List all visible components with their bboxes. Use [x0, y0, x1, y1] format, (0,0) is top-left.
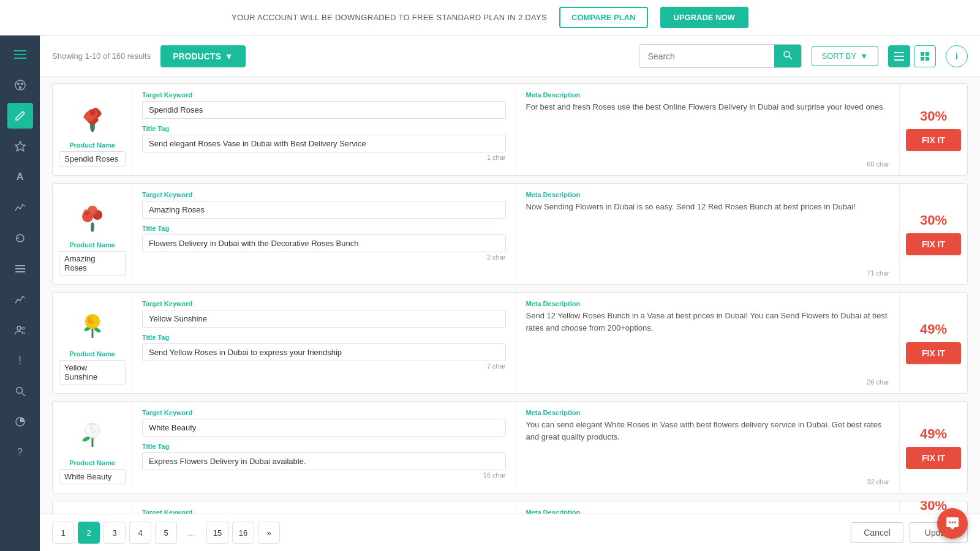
search-button[interactable]	[774, 45, 801, 67]
chat-icon	[945, 516, 960, 531]
target-keyword-label: Target Keyword	[142, 300, 506, 307]
svg-point-6	[19, 86, 21, 89]
product-name-label: Product Name	[69, 459, 115, 467]
pagination-page-1[interactable]: 1	[52, 522, 74, 544]
meta-char-count: 26 char	[526, 378, 890, 386]
pagination-page-16[interactable]: 16	[232, 522, 254, 544]
pagination-page-3[interactable]: 3	[104, 522, 126, 544]
product-name-value: White Beauty	[59, 469, 126, 484]
product-image-col: Product Name White Beauty	[53, 402, 132, 493]
sidebar-icon-palette[interactable]	[7, 72, 33, 98]
svg-rect-22	[925, 52, 929, 56]
pagination-next[interactable]: »	[258, 522, 280, 544]
meta-char-count: 71 char	[526, 269, 890, 277]
product-middle-col: Target Keyword Spendid Roses Title Tag S…	[132, 84, 516, 175]
sidebar-icon-help[interactable]: ?	[7, 440, 33, 465]
fix-it-button[interactable]: FIX IT	[906, 233, 961, 255]
svg-rect-10	[15, 271, 25, 272]
sidebar-icon-users[interactable]	[7, 317, 33, 343]
product-name-label: Product Name	[69, 241, 115, 249]
title-tag-label: Title Tag	[142, 334, 506, 341]
svg-point-4	[17, 83, 20, 85]
meta-description-label: Meta Description	[526, 91, 890, 99]
product-middle-col: Target Keyword Colors Of Love Title Tag	[132, 501, 516, 514]
svg-rect-18	[894, 52, 904, 53]
products-dropdown-button[interactable]: PRODUCTS ▼	[160, 45, 245, 67]
svg-point-11	[17, 326, 21, 330]
product-name-value: Amazing Roses	[59, 251, 126, 276]
product-image-col: Product Name Yellow Sunshine	[53, 293, 132, 393]
svg-point-49	[949, 522, 951, 523]
grid-view-icon	[921, 52, 929, 61]
pagination-page-2[interactable]: 2	[78, 522, 100, 544]
sidebar-icon-search[interactable]	[7, 378, 33, 404]
list-view-button[interactable]	[888, 45, 910, 67]
meta-char-count: 60 char	[526, 160, 890, 168]
product-meta-col: Meta Description For 12 Mix Roses Bunch …	[516, 501, 900, 514]
svg-point-27	[89, 110, 96, 116]
pagination-page-5[interactable]: 5	[155, 522, 177, 544]
sidebar-icon-edit[interactable]	[7, 103, 33, 129]
search-input[interactable]	[639, 47, 774, 66]
product-meta-col: Meta Description You can send elegant Wh…	[516, 402, 900, 493]
product-row: Product Name White Beauty Target Keyword…	[52, 401, 968, 493]
meta-description-value: For best and fresh Roses use the best On…	[526, 101, 890, 158]
product-row: Product Name Yellow Sunshine Target Keyw…	[52, 292, 968, 394]
product-row: Product Name Spendid Roses Target Keywor…	[52, 83, 968, 176]
meta-description-label: Meta Description	[526, 509, 890, 514]
pagination-page-4[interactable]: 4	[129, 522, 151, 544]
product-middle-col: Target Keyword Amazing Roses Title Tag F…	[132, 184, 516, 284]
product-score-col: 30% FIX IT	[900, 84, 967, 175]
sidebar-icon-alert[interactable]: !	[7, 348, 33, 373]
meta-description-label: Meta Description	[526, 191, 890, 198]
fix-it-button[interactable]: FIX IT	[906, 447, 961, 469]
sidebar-icon-chart[interactable]	[7, 287, 33, 312]
title-char-count: 16 char	[142, 471, 506, 479]
product-row: Product Name Amazing Roses Target Keywor…	[52, 183, 968, 285]
svg-point-13	[16, 388, 22, 394]
sort-by-button[interactable]: SORT BY ▼	[812, 46, 878, 66]
pagination-bar: 12345...1516»CancelUpdate	[40, 514, 980, 551]
cancel-button[interactable]: Cancel	[851, 522, 903, 543]
sidebar-icon-menu[interactable]	[7, 42, 33, 67]
fix-it-button[interactable]: FIX IT	[906, 342, 961, 364]
svg-point-50	[952, 522, 954, 523]
score-value: 49%	[920, 321, 947, 337]
svg-rect-1	[14, 54, 26, 55]
title-tag-group: Title Tag Send Yellow Roses in Dubai to …	[142, 334, 506, 370]
banner-text: YOUR ACCOUNT WILL BE DOWNGRADED TO FREE …	[232, 13, 547, 22]
sidebar-icon-pie[interactable]	[7, 409, 33, 435]
meta-description-value: You can send elegant White Roses in Vase…	[526, 419, 890, 476]
svg-point-31	[88, 206, 97, 216]
sidebar-icon-list[interactable]	[7, 256, 33, 282]
sidebar-icon-refresh[interactable]	[7, 225, 33, 251]
sidebar-icon-analytics[interactable]	[7, 195, 33, 220]
sort-dropdown-arrow: ▼	[860, 51, 868, 61]
product-meta-col: Meta Description Send 12 Yellow Roses Bu…	[516, 293, 900, 393]
title-char-count: 7 char	[142, 362, 506, 370]
score-value: 30%	[920, 108, 947, 124]
pagination-page-15[interactable]: 15	[206, 522, 228, 544]
meta-description-label: Meta Description	[526, 300, 890, 307]
title-tag-label: Title Tag	[142, 225, 506, 232]
sidebar-icon-star[interactable]	[7, 133, 33, 159]
title-tag-value: Flowers Delivery in Dubai with the Decor…	[142, 234, 506, 252]
product-score-col: 30% FIX IT	[900, 184, 967, 284]
content-area: Showing 1-10 of 160 results PRODUCTS ▼ S…	[40, 36, 980, 551]
chat-fab-button[interactable]	[937, 508, 968, 539]
sidebar-icon-text[interactable]: A	[7, 164, 33, 190]
fix-it-button[interactable]: FIX IT	[906, 129, 961, 151]
compare-plan-button[interactable]: COMPARE PLAN	[559, 7, 647, 28]
target-keyword-label: Target Keyword	[142, 509, 506, 514]
info-button[interactable]: i	[946, 45, 968, 67]
target-keyword-label: Target Keyword	[142, 191, 506, 198]
title-tag-value: Send elegant Roses Vase in Dubai with Be…	[142, 135, 506, 152]
svg-point-51	[954, 522, 956, 523]
svg-rect-21	[921, 52, 924, 56]
upgrade-now-button[interactable]: UPGRADE NOW	[660, 7, 748, 28]
grid-view-button[interactable]	[914, 45, 936, 67]
target-keyword-label: Target Keyword	[142, 409, 506, 416]
title-tag-group: Title Tag Send elegant Roses Vase in Dub…	[142, 125, 506, 161]
target-keyword-group: Target Keyword Colors Of Love	[142, 509, 506, 514]
target-keyword-value: Amazing Roses	[142, 201, 506, 219]
